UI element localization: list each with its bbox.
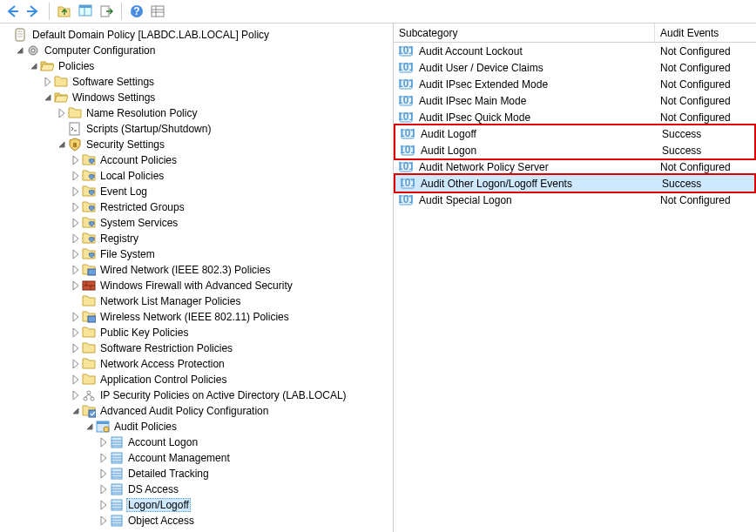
subcategory-text: Audit IPsec Quick Mode	[419, 111, 530, 124]
column-audit-events[interactable]: Audit Events	[655, 24, 756, 42]
list-row[interactable]: Audit IPsec Main ModeNot Configured	[394, 92, 756, 109]
highlight-box: Audit Other Logon/Logoff EventsSuccess	[394, 173, 756, 193]
expand-toggle[interactable]	[42, 76, 54, 88]
expand-toggle[interactable]	[28, 60, 40, 72]
back-button[interactable]	[3, 2, 23, 21]
expand-toggle[interactable]	[14, 44, 26, 57]
forward-button[interactable]	[24, 2, 44, 21]
views-button[interactable]	[148, 2, 167, 21]
tree-item[interactable]: Event Log	[0, 184, 393, 199]
list-row[interactable]: Audit LogonSuccess	[395, 142, 754, 158]
tree-item[interactable]: Software Restriction Policies	[0, 340, 393, 356]
tree-security-settings[interactable]: Security Settings	[0, 137, 393, 152]
tree-item[interactable]: IP Security Policies on Active Directory…	[0, 387, 393, 403]
expand-toggle[interactable]	[70, 248, 82, 260]
scope-tree[interactable]: Default Domain Policy [LABDC.LAB.LOCAL] …	[0, 24, 394, 532]
folder-icon	[82, 388, 96, 402]
tree-item[interactable]: Network List Manager Policies	[0, 293, 393, 309]
folder-icon	[82, 294, 96, 308]
expand-toggle[interactable]	[70, 185, 82, 198]
expand-toggle[interactable]	[70, 264, 82, 276]
export-list-button[interactable]	[97, 2, 116, 21]
tree-label: Account Management	[126, 452, 232, 464]
tree-item[interactable]: Restricted Groups	[0, 199, 393, 215]
tree-audit-category[interactable]: Logon/Logoff	[0, 497, 393, 513]
list-row[interactable]: Audit Account LockoutNot Configured	[394, 43, 756, 59]
list-header[interactable]: Subcategory Audit Events	[394, 24, 756, 43]
expand-toggle[interactable]	[98, 499, 110, 511]
expand-toggle[interactable]	[42, 91, 54, 104]
help-button[interactable]	[127, 2, 146, 21]
tree-computer-config[interactable]: Computer Configuration	[0, 43, 393, 58]
list-row[interactable]: Audit Network Policy ServerNot Configure…	[394, 158, 756, 175]
subcategory-text: Audit Logon	[421, 145, 476, 157]
expand-toggle[interactable]	[84, 421, 96, 433]
expand-toggle[interactable]	[70, 217, 82, 229]
tree-item[interactable]: Account Policies	[0, 152, 393, 168]
expand-toggle[interactable]	[70, 279, 82, 292]
list-body[interactable]: Audit Account LockoutNot ConfiguredAudit…	[394, 43, 756, 532]
audit-events-text: Not Configured	[660, 111, 731, 124]
tree-label: File System	[98, 248, 157, 260]
tree-item[interactable]: Windows Firewall with Advanced Security	[0, 278, 393, 293]
tree-audit-policies[interactable]: Audit Policies	[0, 419, 393, 434]
audit-item-icon	[401, 127, 415, 141]
tree-label: Security Settings	[84, 138, 166, 151]
expand-toggle[interactable]	[70, 154, 82, 166]
expand-toggle[interactable]	[70, 327, 82, 339]
audit-events-text: Not Configured	[660, 45, 731, 57]
tree-scripts[interactable]: Scripts (Startup/Shutdown)	[0, 121, 393, 137]
expand-toggle[interactable]	[56, 138, 68, 151]
audit-item-icon	[399, 160, 413, 174]
expand-toggle[interactable]	[98, 468, 110, 480]
expand-toggle[interactable]	[70, 311, 82, 323]
expand-toggle[interactable]	[70, 405, 82, 417]
tree-item[interactable]: Advanced Audit Policy Configuration	[0, 403, 393, 419]
list-row[interactable]: Audit LogoffSuccess	[395, 125, 754, 142]
expand-toggle[interactable]	[70, 374, 82, 386]
audit-events-text: Success	[662, 128, 701, 140]
expand-toggle[interactable]	[56, 107, 68, 119]
tree-item[interactable]: Registry	[0, 231, 393, 246]
tree-audit-category[interactable]: Detailed Tracking	[0, 466, 393, 481]
list-row[interactable]: Audit IPsec Extended ModeNot Configured	[394, 76, 756, 92]
tree-item[interactable]: Wired Network (IEEE 802.3) Policies	[0, 262, 393, 278]
tree-windows-settings[interactable]: Windows Settings	[0, 90, 393, 105]
expand-toggle[interactable]	[70, 170, 82, 182]
expand-toggle[interactable]	[70, 232, 82, 245]
audit-item-icon	[401, 144, 415, 158]
list-row[interactable]: Audit Other Logon/Logoff EventsSuccess	[395, 175, 754, 192]
audit-category-icon	[110, 451, 124, 465]
expand-toggle[interactable]	[98, 483, 110, 495]
tree-item[interactable]: System Services	[0, 215, 393, 231]
audit-events-text: Not Configured	[660, 95, 731, 107]
tree-item[interactable]: Wireless Network (IEEE 802.11) Policies	[0, 309, 393, 325]
tree-item[interactable]: Public Key Policies	[0, 325, 393, 340]
tree-item[interactable]: Local Policies	[0, 168, 393, 184]
expand-toggle[interactable]	[98, 515, 110, 527]
tree-audit-category[interactable]: Account Management	[0, 450, 393, 466]
tree-audit-category[interactable]: Object Access	[0, 513, 393, 529]
list-row[interactable]: Audit Special LogonNot Configured	[394, 192, 756, 208]
show-hide-tree-button[interactable]	[76, 2, 95, 21]
column-subcategory[interactable]: Subcategory	[394, 24, 655, 42]
tree-audit-category[interactable]: Account Logon	[0, 434, 393, 450]
expand-toggle[interactable]	[98, 436, 110, 448]
tree-policies[interactable]: Policies	[0, 58, 393, 74]
tree-item[interactable]: Network Access Protection	[0, 356, 393, 372]
expand-toggle[interactable]	[70, 389, 82, 401]
list-row[interactable]: Audit User / Device ClaimsNot Configured	[394, 59, 756, 76]
tree-item[interactable]: Application Control Policies	[0, 372, 393, 387]
tree-item[interactable]: File System	[0, 246, 393, 262]
tree-nrp[interactable]: Name Resolution Policy	[0, 105, 393, 121]
folder-icon	[82, 232, 96, 246]
expand-toggle[interactable]	[70, 358, 82, 370]
expand-toggle[interactable]	[70, 342, 82, 354]
expand-toggle[interactable]	[98, 452, 110, 464]
up-button[interactable]	[55, 2, 74, 21]
tree-audit-category[interactable]: DS Access	[0, 481, 393, 497]
tree-label: Computer Configuration	[43, 44, 157, 57]
tree-software-settings[interactable]: Software Settings	[0, 74, 393, 90]
tree-root[interactable]: Default Domain Policy [LABDC.LAB.LOCAL] …	[0, 27, 393, 43]
expand-toggle[interactable]	[70, 201, 82, 213]
